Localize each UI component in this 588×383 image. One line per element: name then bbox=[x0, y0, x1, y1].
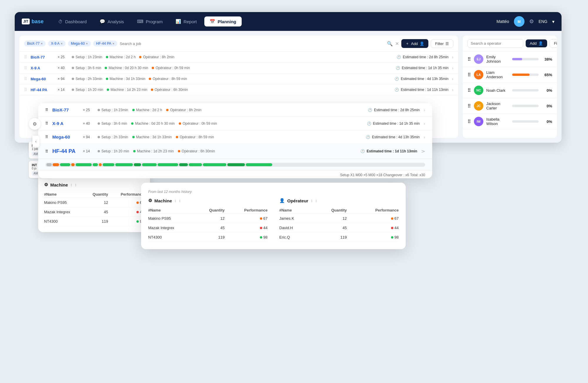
machine-detail: Machine : 2d 2 h bbox=[106, 55, 136, 59]
expand-icon[interactable]: › bbox=[424, 121, 425, 126]
tag-hf44pa[interactable]: HF-44 PA × bbox=[93, 41, 117, 46]
setup-detail: Setup : 1h 23min bbox=[98, 108, 128, 112]
nav-item-planning[interactable]: 📅 Planning bbox=[204, 16, 241, 26]
program-icon: ⌨ bbox=[137, 19, 143, 24]
settings-side-button[interactable]: ⚙ bbox=[29, 118, 41, 130]
nav-item-dashboard[interactable]: ⏱ Dashboard bbox=[53, 17, 92, 26]
planning-icon: 📅 bbox=[210, 19, 215, 24]
drag-icon[interactable]: ⠿ bbox=[24, 87, 27, 92]
expand-icon[interactable]: › bbox=[452, 55, 453, 59]
operators-panel: Add 👤 Filter ☰ ⠿ EJ Emily Johnson 38% bbox=[463, 36, 557, 138]
lang-selector[interactable]: ENG bbox=[539, 19, 547, 24]
tag-biox77[interactable]: BioX-77 × bbox=[24, 41, 46, 46]
drag-icon[interactable]: ⠿ bbox=[467, 119, 471, 124]
expand-icon[interactable]: › bbox=[452, 66, 453, 70]
drag-icon[interactable]: ⠿ bbox=[467, 103, 471, 109]
table-row: David.H 45 44 bbox=[279, 223, 399, 233]
add-job-button[interactable]: ＋ Add 👤 bbox=[401, 39, 428, 48]
drag-icon[interactable]: ⠿ bbox=[467, 72, 471, 78]
job-row: ⠿ HF-44 PA × 14 Setup : 1h 20 min Machin… bbox=[19, 84, 458, 95]
job-row: ⠿ BioX-77 × 25 Setup : 1h 23min Machine … bbox=[19, 52, 458, 63]
avatar-iw: IW bbox=[474, 117, 483, 126]
operator-title: 👤 Opérateur ↕ ↕ bbox=[279, 198, 399, 203]
drag-icon[interactable]: ⠿ bbox=[45, 149, 48, 154]
clear-search-icon[interactable]: ✕ bbox=[395, 41, 399, 46]
job-row: ⠿ Mega-60 × 94 Setup : 2h 33min Machine … bbox=[19, 74, 458, 84]
nav-item-report[interactable]: 📊 Report bbox=[170, 16, 202, 26]
sort-qty-icon[interactable]: ↕ bbox=[70, 182, 72, 187]
setup-detail: Setup : 2h 33min bbox=[72, 77, 102, 81]
sort-qty-icon[interactable]: ↕ bbox=[311, 198, 313, 203]
job-search-input[interactable] bbox=[120, 41, 385, 46]
logo-text: base bbox=[31, 19, 44, 25]
remove-tag-biox77[interactable]: × bbox=[41, 42, 43, 45]
expanded-row-biox77: ⠿ BioX-77 × 25 Setup : 1h 23min Machine … bbox=[38, 103, 432, 117]
sort-perf-icon[interactable]: ↕ bbox=[315, 198, 317, 203]
progress-bar bbox=[512, 105, 539, 107]
drag-icon[interactable]: ⠿ bbox=[467, 56, 471, 62]
operator-row: ⠿ JC Jackson Carter 0% bbox=[463, 98, 557, 114]
filter-job-button[interactable]: Filter ☰ bbox=[431, 39, 453, 48]
remove-tag-x9a[interactable]: × bbox=[61, 42, 63, 45]
sort-qty-icon[interactable]: ↕ bbox=[174, 198, 176, 203]
nav-item-analysis[interactable]: 💬 Analysis bbox=[94, 16, 129, 26]
operator-search-input[interactable] bbox=[467, 39, 523, 48]
drag-icon[interactable]: ⠿ bbox=[45, 135, 48, 139]
expand-icon[interactable]: › bbox=[452, 76, 453, 81]
search-icon: 🔍 bbox=[387, 41, 393, 46]
estimated-time: 🕐 Estimated time : 4d 13h 35min bbox=[366, 135, 420, 139]
table-row: James.K 12 67 bbox=[279, 214, 399, 223]
filter-icon: ☰ bbox=[445, 41, 449, 46]
sort-perf-icon[interactable]: ↕ bbox=[75, 182, 77, 187]
perf-badge: 44 bbox=[108, 210, 144, 214]
expand-icon[interactable]: › bbox=[424, 135, 425, 139]
machine-detail: Machine : 0d 20 h 30 min bbox=[105, 66, 148, 70]
machine-history-table: #Name Quantity Performance Makino PS95 1… bbox=[44, 191, 144, 226]
timeline-track bbox=[45, 163, 425, 167]
perf-badge: 67 bbox=[347, 216, 399, 221]
table-row: Mazak Integrex 45 44 bbox=[44, 207, 144, 217]
expand-icon[interactable]: › bbox=[424, 108, 425, 112]
drag-icon[interactable]: ⠿ bbox=[24, 76, 27, 81]
avatar-la: LA bbox=[474, 70, 483, 79]
perf-badge: 67 bbox=[225, 216, 268, 221]
drag-icon[interactable]: ⠿ bbox=[45, 121, 48, 126]
estimated-time: 🕐 Estimated time : 1d 1h 35 min bbox=[396, 66, 449, 70]
table-row: Mazak Integrex 45 44 bbox=[148, 223, 268, 233]
settings-icon[interactable]: ⚙ bbox=[529, 18, 534, 25]
table-row: Makino PS95 12 67 bbox=[148, 214, 268, 223]
collapse-panel-button[interactable]: ‹ bbox=[32, 136, 39, 147]
remove-tag-hf44pa[interactable]: × bbox=[113, 42, 114, 45]
setup-detail: Setup : 1h 23min bbox=[72, 55, 102, 59]
operator-icon: 👤 bbox=[279, 198, 285, 203]
expanded-row-mega60: ⠿ Mega-60 × 94 Setup : 2h 33min Machine … bbox=[38, 130, 432, 144]
estimated-time: 🕐 Estimated time : 2d 8h 25min bbox=[397, 55, 448, 59]
perf-badge: 44 bbox=[347, 226, 399, 230]
drag-icon[interactable]: ⠿ bbox=[467, 88, 471, 93]
sort-perf-icon[interactable]: ↕ bbox=[179, 198, 181, 203]
progress-bar bbox=[512, 58, 539, 60]
filter-operator-button[interactable]: Filter ☰ bbox=[549, 39, 557, 48]
drag-icon[interactable]: ⠿ bbox=[24, 55, 27, 59]
avatar: M bbox=[514, 16, 524, 27]
setup-detail: Setup : 1h 20 min bbox=[98, 149, 129, 153]
estimated-time: 🕐 Estimated time : 1d 1h 35 min bbox=[367, 121, 420, 126]
expand-icon[interactable]: › bbox=[452, 87, 453, 92]
nav-item-program[interactable]: ⌨ Program bbox=[132, 16, 168, 26]
collapse-icon[interactable]: ∧ bbox=[420, 149, 427, 153]
remove-tag-mega60[interactable]: × bbox=[86, 42, 88, 45]
lang-chevron-icon[interactable]: ▾ bbox=[552, 19, 554, 24]
setup-detail: Setup : 3h 6 min bbox=[72, 66, 101, 70]
operator-search-row: Add 👤 Filter ☰ bbox=[463, 36, 557, 51]
perf-badge: 98 bbox=[347, 235, 399, 239]
add-operator-button[interactable]: Add 👤 bbox=[526, 39, 547, 47]
report-icon: 📊 bbox=[176, 19, 181, 24]
table-row: Makino PS95 12 67 bbox=[44, 198, 144, 207]
tag-mega60[interactable]: Mega-60 × bbox=[68, 41, 91, 46]
operator-col: 👤 Opérateur ↕ ↕ #Name Quantity Performan… bbox=[279, 198, 399, 242]
operator-detail: Opérateur : 6h 30min bbox=[151, 88, 188, 92]
operator-detail: Opérateur : 6h 30min bbox=[178, 149, 215, 153]
drag-icon[interactable]: ⠿ bbox=[24, 66, 27, 70]
tag-x9a[interactable]: X-9 A × bbox=[48, 41, 66, 46]
drag-icon[interactable]: ⠿ bbox=[45, 108, 48, 112]
